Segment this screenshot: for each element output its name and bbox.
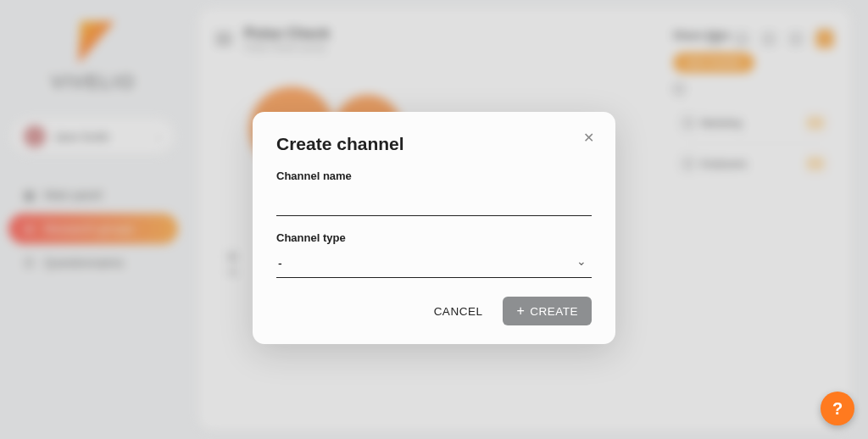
help-icon: ? [832, 399, 843, 419]
create-channel-modal: ✕ Create channel Channel name Channel ty… [253, 112, 615, 344]
help-fab[interactable]: ? [821, 392, 854, 425]
channel-name-input[interactable] [276, 187, 592, 216]
channel-type-label: Channel type [276, 231, 592, 244]
create-button[interactable]: + CREATE [503, 297, 592, 325]
plus-icon: + [516, 304, 525, 318]
close-icon[interactable]: ✕ [580, 129, 597, 146]
modal-actions: CANCEL + CREATE [276, 297, 592, 325]
create-button-label: CREATE [530, 305, 578, 318]
channel-type-select[interactable]: - [276, 249, 592, 278]
modal-title: Create channel [276, 134, 592, 154]
cancel-button[interactable]: CANCEL [429, 298, 488, 325]
channel-name-label: Channel name [276, 169, 592, 182]
